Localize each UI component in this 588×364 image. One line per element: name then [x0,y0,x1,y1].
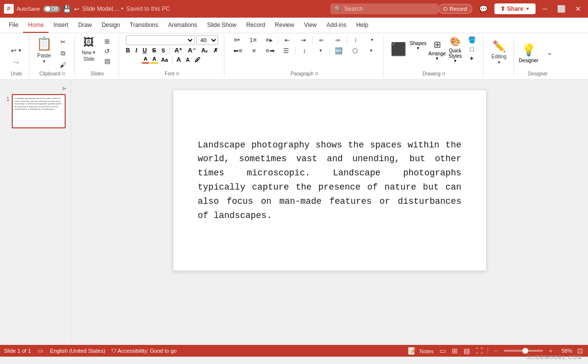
minimize-button[interactable]: ─ [539,4,550,14]
align-left-button[interactable]: ⬅≡ [230,46,245,55]
zoom-out-button[interactable]: － [492,346,500,356]
decrease-indent-button[interactable]: ⇤ [280,36,294,45]
normal-view-button[interactable]: ▭ [439,346,447,356]
tab-review[interactable]: Review [270,18,299,33]
reading-view-button[interactable]: ▤ [463,346,471,356]
slide-view-icon[interactable]: ▭ [37,346,44,355]
comments-button[interactable]: 💬 [476,4,490,14]
notes-icon: 📝 [408,347,416,355]
char-spacing-button[interactable]: Aᵥ [199,47,210,54]
smart-art-btn[interactable]: ⬡ [347,46,362,55]
numbering-button[interactable]: 1≡ [245,35,260,45]
tab-insert[interactable]: Insert [49,18,73,33]
close-button[interactable]: ✕ [572,4,584,14]
font-smaller-button[interactable]: A [184,56,192,63]
tab-home[interactable]: Home [23,18,49,33]
cut-button[interactable]: ✂ [56,37,71,47]
format-painter-button[interactable]: 🖌 [56,60,71,70]
font-color-button[interactable]: A [142,55,149,64]
paragraph-expand-icon[interactable]: ⊡ [315,72,318,76]
arrange-button[interactable]: ⊞ [430,38,444,51]
slide-thumbnail[interactable]: Landscape photography shows the spaces w… [12,94,66,128]
bullets-button[interactable]: ≡• [229,35,244,45]
search-input[interactable] [330,3,438,14]
font-divider2 [172,56,172,63]
save-icon[interactable]: 💾 [63,5,71,13]
tab-record[interactable]: Record [241,18,270,33]
drawing-expand-icon[interactable]: ⊡ [442,72,445,76]
font-larger-button[interactable]: A [174,55,183,64]
font-size-aa[interactable]: Aa [159,56,170,63]
text-effects-button[interactable]: 🖊 [193,56,202,64]
ltr-button[interactable]: ⇒ [330,36,345,45]
tab-help[interactable]: Help [351,18,373,33]
ribbon-collapse-button[interactable]: ⌄ [542,48,557,57]
redo-button[interactable]: ↪ [9,57,24,68]
column-dropdown[interactable]: ▼ [365,37,379,43]
clipboard-expand-icon[interactable]: ⊡ [62,72,65,76]
list-button[interactable]: ≡▸ [262,35,276,45]
font-decrease-button[interactable]: A⁻ [186,46,197,54]
designer-area: 💡 Designer [519,42,539,63]
quick-styles-button[interactable]: 🎨 [448,35,463,48]
highlight-button[interactable]: A [150,55,158,64]
paragraph-dropdown2[interactable]: ▼ [364,48,378,54]
shadow-button[interactable]: S [160,47,167,54]
align-center-button[interactable]: ≡ [246,46,261,55]
shapes-button[interactable]: ⬛ [389,41,408,58]
share-button[interactable]: ⬆ Share ▼ [494,3,536,14]
underline-button[interactable]: U [141,47,149,54]
tab-view[interactable]: View [299,18,321,33]
columns-button[interactable]: ⫶ [348,36,363,45]
restore-button[interactable]: ⬜ [554,4,568,14]
font-increase-button[interactable]: A⁺ [172,46,184,54]
undo-title-icon[interactable]: ↩ [74,5,79,13]
slide-canvas[interactable]: Landscape photography shows the spaces w… [173,90,487,271]
bold-button[interactable]: B [124,47,132,54]
designer-button[interactable]: 💡 [519,42,538,58]
designer-label: Designer [519,58,539,63]
shape-effects-button[interactable]: ✦ [465,54,479,63]
justify-button[interactable]: ☰ [279,46,294,55]
font-size-select[interactable]: 40 [196,35,218,45]
increase-indent-button[interactable]: ⇥ [296,36,311,45]
slide-sorter-button[interactable]: ⊞ [451,346,459,356]
text-shadow-btn[interactable]: 🔤 [331,46,346,55]
font-family-select[interactable] [126,35,195,45]
editing-dropdown: ▼ [497,60,501,65]
tab-animations[interactable]: Animations [163,18,202,33]
shape-fill-button[interactable]: 🪣 [465,35,479,45]
zoom-slider[interactable] [504,350,543,352]
record-button[interactable]: Record [438,4,472,14]
reset-button[interactable]: ↺ [100,47,115,55]
panel-collapse-button[interactable]: ⊳ [60,85,68,92]
slideshow-button[interactable]: ⛶ [475,346,484,356]
shape-outline-button[interactable]: □ [465,45,479,54]
undo-button[interactable]: ↩ ▼ [8,45,25,56]
slide-text-content[interactable]: Landscape photography shows the spaces w… [198,138,462,223]
tab-addins[interactable]: Add-ins [321,18,351,33]
strikethrough-button[interactable]: S [150,47,158,54]
arrange-dropdown-icon: ▼ [435,56,439,61]
line-spacing-button[interactable]: ↕ [297,46,312,55]
tab-draw[interactable]: Draw [73,18,97,33]
designer-group-label: Designer [515,70,561,76]
new-slide-button[interactable]: 🖼 New ▼ Slide [80,35,98,63]
line-spacing-dropdown[interactable]: ▼ [313,48,328,54]
tab-design[interactable]: Design [97,18,124,33]
layout-button[interactable]: ⊞ [100,37,115,46]
tab-slideshow[interactable]: Slide Show [202,18,241,33]
tab-file[interactable]: File [4,18,23,33]
editing-button[interactable]: ✏️ Editing ▼ [490,39,509,66]
rtl-button[interactable]: ⇐ [314,36,329,45]
section-button[interactable]: ▤ [100,57,115,65]
italic-button[interactable]: I [134,47,139,54]
align-right-button[interactable]: ≡➡ [263,46,277,55]
font-expand-icon[interactable]: ⊡ [176,72,179,76]
autosave-toggle[interactable]: Off [43,6,60,12]
tab-transitions[interactable]: Transitions [125,18,163,33]
notes-button[interactable]: 📝 Notes [407,346,435,356]
paste-button[interactable]: 📋 Paste ▼ [34,35,54,65]
copy-button[interactable]: ⧉ [56,49,71,58]
clear-format-button[interactable]: ✗ [211,47,220,54]
